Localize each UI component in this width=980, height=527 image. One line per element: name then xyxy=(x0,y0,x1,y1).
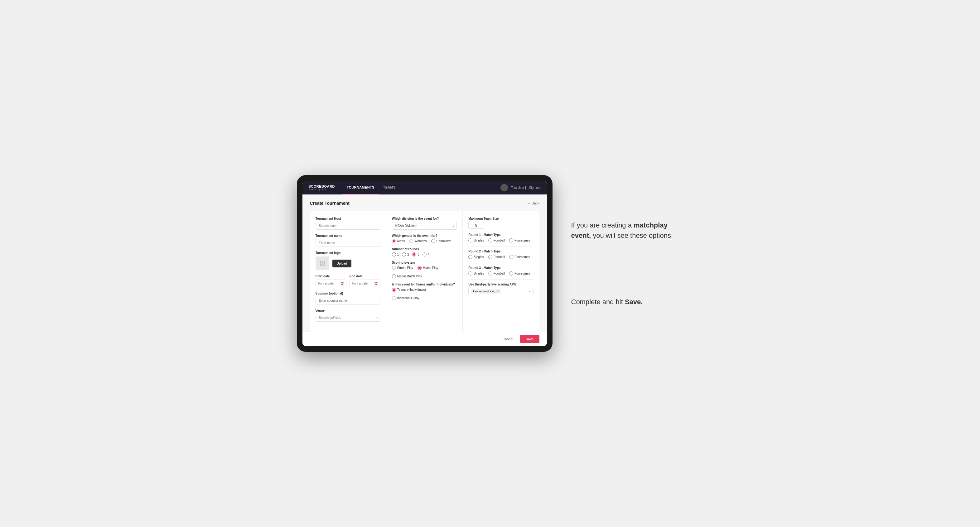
upload-button[interactable]: Upload xyxy=(332,260,352,267)
end-date-wrap: 📅 xyxy=(350,279,380,287)
max-team-group: Maximum Team Size xyxy=(468,217,533,229)
scoring-medal[interactable]: Medal Match Play xyxy=(392,274,422,278)
r3-foursomes[interactable]: Foursomes xyxy=(509,271,530,276)
gender-label: Which gender is the event for? xyxy=(392,234,457,238)
r1-singles[interactable]: Singles xyxy=(468,238,484,243)
api-tag: Leaderboard King ✕ xyxy=(471,289,501,294)
logo-upload-area: Upload xyxy=(315,257,380,270)
nav-tabs: TOURNAMENTS TEAMS xyxy=(342,181,400,194)
r2-foursomes[interactable]: Foursomes xyxy=(509,255,530,259)
round1-radio-group: Singles Fourball Foursomes xyxy=(468,238,533,243)
calendar-icon: 📅 xyxy=(340,282,344,285)
start-date-wrap: 📅 xyxy=(315,279,347,287)
division-select[interactable]: NCAA Division I xyxy=(392,222,457,230)
division-label: Which division is the event for? xyxy=(392,217,457,220)
rounds-radio-group: 1 2 3 xyxy=(392,252,457,257)
sponsor-group: Sponsor (optional) xyxy=(315,292,380,305)
r1-foursomes[interactable]: Foursomes xyxy=(509,238,530,243)
round3-match-type: Round 3 - Match Type Singles Fourball xyxy=(468,266,533,276)
back-link[interactable]: ← Back xyxy=(527,201,539,205)
max-team-input[interactable] xyxy=(468,222,484,229)
scoring-label: Scoring system xyxy=(392,261,457,264)
gender-combined[interactable]: Combined xyxy=(431,239,451,243)
gender-womens-label: Womens xyxy=(414,239,426,243)
start-date-label: Start date xyxy=(315,275,347,278)
api-tag-input: Leaderboard King ✕ ▾ xyxy=(468,288,533,295)
gender-womens[interactable]: Womens xyxy=(409,239,426,243)
venue-input[interactable] xyxy=(315,314,380,322)
tournament-logo-group: Tournament logo Upload xyxy=(315,251,380,270)
annotation-bold-bottom: Save. xyxy=(625,298,643,306)
logo-sub: Powered by clippt xyxy=(309,188,335,190)
cancel-button[interactable]: Cancel xyxy=(499,335,517,343)
r3-fourball[interactable]: Fourball xyxy=(488,271,505,276)
r2-fourball[interactable]: Fourball xyxy=(488,255,505,259)
logo-placeholder xyxy=(315,257,329,270)
nav-bar: SCOREBOARD Powered by clippt TOURNAMENTS… xyxy=(302,181,547,194)
annotation-top-suffix: you will see these options. xyxy=(591,232,673,239)
user-label: Test User | xyxy=(511,186,526,189)
tournament-host-input[interactable] xyxy=(315,222,380,230)
tablet-screen: SCOREBOARD Powered by clippt TOURNAMENTS… xyxy=(302,181,547,346)
gender-mens-label: Mens xyxy=(397,239,405,243)
scoring-match[interactable]: Match Play xyxy=(417,266,438,270)
main-content: Create Tournament ← Back Tournament Host… xyxy=(302,194,547,332)
api-group: Use third-party live scoring API? Leader… xyxy=(468,283,533,295)
page-wrapper: SCOREBOARD Powered by clippt TOURNAMENTS… xyxy=(272,175,708,352)
round1-label: Round 1 - Match Type xyxy=(468,233,533,237)
svg-point-1 xyxy=(321,262,322,263)
calendar-icon-end: 📅 xyxy=(374,282,378,285)
individuals-option[interactable]: Individuals Only xyxy=(392,296,419,300)
end-date-group: End date 📅 xyxy=(350,275,380,287)
bottom-bar: Cancel Save xyxy=(302,332,547,346)
api-tag-close[interactable]: ✕ xyxy=(497,290,499,293)
page-title: Create Tournament xyxy=(310,201,350,206)
logo-title: SCOREBOARD xyxy=(309,185,335,188)
avatar xyxy=(500,184,508,191)
rounds-label: Number of rounds xyxy=(392,248,457,251)
annotation-area: If you are creating a matchplay event, y… xyxy=(565,214,684,313)
round2-match-type: Round 2 - Match Type Singles Fourball xyxy=(468,250,533,259)
tournament-logo-label: Tournament logo xyxy=(315,251,380,255)
nav-logo: SCOREBOARD Powered by clippt xyxy=(309,185,335,190)
r1-fourball[interactable]: Fourball xyxy=(488,238,505,243)
division-group: Which division is the event for? NCAA Di… xyxy=(392,217,457,230)
gender-mens[interactable]: Mens xyxy=(392,239,405,243)
dates-group: Start date 📅 End date xyxy=(315,275,380,287)
r2-singles[interactable]: Singles xyxy=(468,255,484,259)
sponsor-input[interactable] xyxy=(315,297,380,305)
round-1[interactable]: 1 xyxy=(392,252,399,257)
max-team-label: Maximum Team Size xyxy=(468,217,533,220)
r3-singles[interactable]: Singles xyxy=(468,271,484,276)
tournament-host-label: Tournament Host xyxy=(315,217,380,220)
gender-radio-group: Mens Womens Combined xyxy=(392,239,457,243)
round3-radio-group: Singles Fourball Foursomes xyxy=(468,271,533,276)
venue-select-wrapper xyxy=(315,314,380,322)
api-tag-label: Leaderboard King xyxy=(473,290,495,293)
tournament-name-input[interactable] xyxy=(315,239,380,247)
round3-label: Round 3 - Match Type xyxy=(468,266,533,270)
nav-right: Test User | Sign out xyxy=(500,184,540,191)
round1-match-type: Round 1 - Match Type Singles Fourball xyxy=(468,233,533,243)
start-date-group: Start date 📅 xyxy=(315,275,347,287)
tournament-name-group: Tournament name xyxy=(315,234,380,247)
form-layout: Tournament Host Tournament name Tourname… xyxy=(310,211,539,332)
api-label: Use third-party live scoring API? xyxy=(468,283,533,286)
round-4[interactable]: 4 xyxy=(423,252,430,257)
scoring-radio-group: Stroke Play Match Play Medal Match Play xyxy=(392,266,457,278)
round-2[interactable]: 2 xyxy=(402,252,409,257)
teams-option[interactable]: Teams (+Individuals) xyxy=(392,288,426,292)
date-row: Start date 📅 End date xyxy=(315,275,380,287)
venue-label: Venue xyxy=(315,309,380,312)
save-button[interactable]: Save xyxy=(520,335,539,343)
scoring-stroke[interactable]: Stroke Play xyxy=(392,266,413,270)
teams-radio-group: Teams (+Individuals) Individuals Only xyxy=(392,288,457,300)
tab-tournaments[interactable]: TOURNAMENTS xyxy=(342,181,379,194)
tab-teams[interactable]: TEAMS xyxy=(379,181,400,194)
teams-group: Is this event for Teams and/or Individua… xyxy=(392,283,457,300)
signout-link[interactable]: Sign out xyxy=(529,186,541,189)
tag-dropdown-icon[interactable]: ▾ xyxy=(529,290,531,293)
middle-col: Which division is the event for? NCAA Di… xyxy=(386,211,463,332)
rounds-group: Number of rounds 1 2 xyxy=(392,248,457,257)
round-3[interactable]: 3 xyxy=(412,252,419,257)
